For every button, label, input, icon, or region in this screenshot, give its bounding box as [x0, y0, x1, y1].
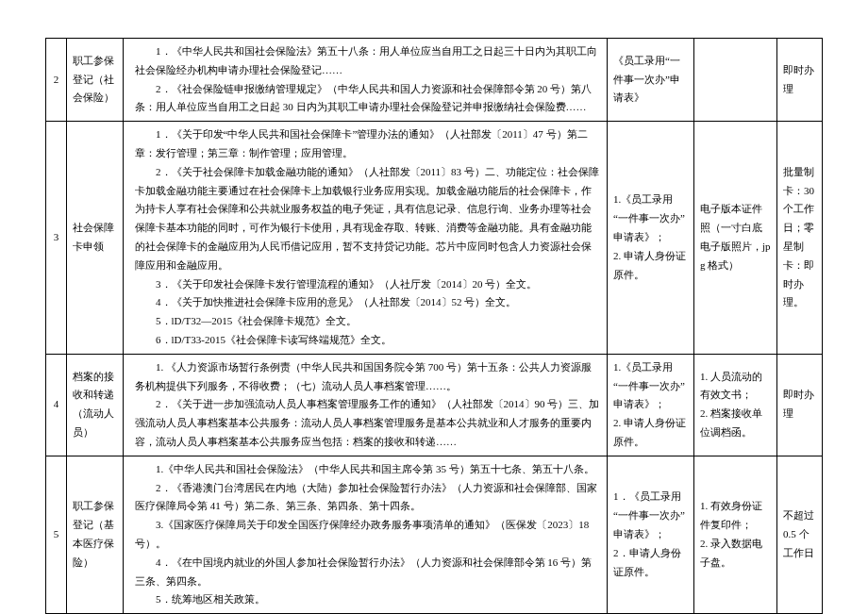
row-materials: 1.《员工录用“一件事一次办”申请表》；2. 申请人身份证原件。: [608, 354, 694, 456]
row-time: 不超过 0.5 个工作日: [777, 456, 823, 613]
basis-line: 6．lD/T33-2015《社会保障卡读写终端规范》全文。: [135, 331, 601, 350]
extras-line: 1. 有效身份证件复印件；: [700, 497, 771, 535]
table-row: 2职工参保登记（社会保险）1．《中华人民共和国社会保险法》第五十八条：用人单位应…: [46, 39, 823, 122]
row-basis: 1．《关于印发“中华人民共和国社会保障卡”管理办法的通知》（人社部发〔2011〕…: [124, 122, 608, 355]
extras-line: 1. 人员流动的有效文书；: [700, 368, 771, 406]
basis-line: 4．《关于加快推进社会保障卡应用的意见》（人社部发〔2014〕52 号）全文。: [135, 293, 601, 312]
materials-line: 2．申请人身份证原件。: [613, 544, 688, 582]
row-time: 批量制卡：30个工作日；零星制卡：即时办理。: [777, 122, 823, 355]
basis-line: 5．lD/T32—2015《社会保障卡规范》全文。: [135, 312, 601, 331]
basis-line: 1. 《人力资源市场暂行条例责（中华人民共和国国务院令第 700 号）第十五条：…: [135, 358, 601, 396]
row-index: 3: [46, 122, 67, 355]
basis-line: 2．《社会保险链申报缴纳管理规定》（中华人民共和国人力资源和社会保障部令第 20…: [135, 80, 601, 118]
table-row: 3社会保障卡申领1．《关于印发“中华人民共和国社会保障卡”管理办法的通知》（人社…: [46, 122, 823, 355]
policy-table: 2职工参保登记（社会保险）1．《中华人民共和国社会保险法》第五十八条：用人单位应…: [45, 38, 823, 614]
extras-line: 电子版本证件照（一寸白底电子版照片，jpg 格式）: [700, 200, 771, 274]
row-time: 即时办理: [777, 354, 823, 456]
row-extras: [694, 39, 777, 122]
table-row: 5职工参保登记（基本医疗保险）1.《中华人民共和国社会保险法》（中华人民共和国主…: [46, 456, 823, 613]
basis-line: 2．《香港澳门台湾居民在内地（大陆）参加社会保险暂行办法》（人力资源和社会保障部…: [135, 479, 601, 517]
row-name: 档案的接收和转递（流动人员）: [67, 354, 124, 456]
row-basis: 1. 《人力资源市场暂行条例责（中华人民共和国国务院令第 700 号）第十五条：…: [124, 354, 608, 456]
materials-line: 2. 申请人身份证原件。: [613, 247, 688, 285]
basis-line: 5．统筹地区相关政策。: [135, 590, 601, 609]
row-extras: 电子版本证件照（一寸白底电子版照片，jpg 格式）: [694, 122, 777, 355]
row-name: 社会保障卡申领: [67, 122, 124, 355]
extras-line: 2. 录入数据电子盘。: [700, 535, 771, 573]
row-basis: 1．《中华人民共和国社会保险法》第五十八条：用人单位应当自用工之日起三十日内为其…: [124, 39, 608, 122]
basis-line: 1.《中华人民共和国社会保险法》（中华人民共和国主席令第 35 号）第五十七条、…: [135, 460, 601, 479]
materials-line: 1.《员工录用“一件事一次办”申请表》；: [613, 191, 688, 246]
row-materials: 《员工录用“一件事一次办”申请表》: [608, 39, 694, 122]
basis-line: 2．《关于社会保障卡加载金融功能的通知》（人社部发〔2011〕83 号）二、功能…: [135, 163, 601, 275]
extras-line: 2. 档案接收单位调档函。: [700, 405, 771, 442]
materials-line: 1.《员工录用“一件事一次办”申请表》；: [613, 358, 688, 414]
row-materials: 1．《员工录用“一件事一次办”申请表》；2．申请人身份证原件。: [608, 456, 694, 613]
row-extras: 1. 有效身份证件复印件；2. 录入数据电子盘。: [694, 456, 777, 613]
row-index: 5: [46, 456, 67, 613]
table-row: 4档案的接收和转递（流动人员）1. 《人力资源市场暂行条例责（中华人民共和国国务…: [46, 354, 823, 456]
row-extras: 1. 人员流动的有效文书；2. 档案接收单位调档函。: [694, 354, 777, 456]
basis-line: 1．《关于印发“中华人民共和国社会保障卡”管理办法的通知》（人社部发〔2011〕…: [135, 125, 601, 163]
materials-line: 1．《员工录用“一件事一次办”申请表》；: [613, 488, 688, 543]
materials-line: 《员工录用“一件事一次办”申请表》: [613, 52, 688, 108]
basis-line: 1．《中华人民共和国社会保险法》第五十八条：用人单位应当自用工之日起三十日内为其…: [135, 42, 601, 80]
basis-line: 2．《关于进一步加强流动人员人事档案管理服务工作的通知》（人社部发〔2014〕9…: [135, 395, 601, 451]
row-basis: 1.《中华人民共和国社会保险法》（中华人民共和国主席令第 35 号）第五十七条、…: [124, 456, 608, 613]
row-name: 职工参保登记（社会保险）: [67, 39, 124, 122]
basis-line: 4．《在中国境内就业的外国人参加社会保险暂行办法》（人力资源和社会保障部令第 1…: [135, 554, 601, 591]
materials-line: 2. 申请人身份证原件。: [613, 414, 688, 452]
row-name: 职工参保登记（基本医疗保险）: [67, 456, 124, 613]
row-materials: 1.《员工录用“一件事一次办”申请表》；2. 申请人身份证原件。: [608, 122, 694, 355]
row-time: 即时办理: [777, 39, 823, 122]
policy-table-body: 2职工参保登记（社会保险）1．《中华人民共和国社会保险法》第五十八条：用人单位应…: [46, 39, 823, 614]
row-index: 2: [46, 39, 67, 122]
basis-line: 3.《国家医疗保障局关于印发全国医疗保障经办政务服务事项清单的通知》（医保发〔2…: [135, 516, 601, 554]
basis-line: 3．《关于印发社会保障卡发行管理流程的通知》（人社厅发〔2014〕20 号）全文…: [135, 275, 601, 294]
row-index: 4: [46, 354, 67, 456]
